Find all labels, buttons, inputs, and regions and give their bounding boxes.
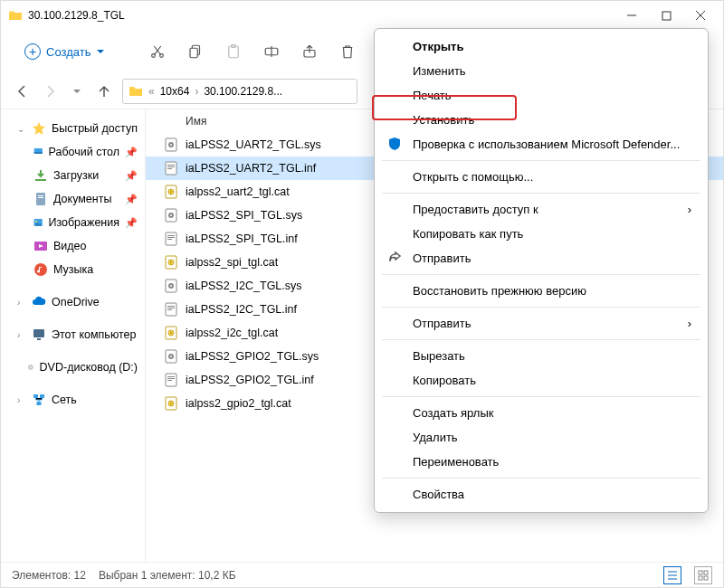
file-name: ialpss2_uart2_tgl.cat — [186, 185, 376, 198]
file-name: iaLPSS2_GPIO2_TGL.sys — [186, 350, 376, 363]
ctx-sendto2[interactable]: Отправить› — [375, 311, 708, 336]
file-name: iaLPSS2_UART2_TGL.sys — [186, 138, 376, 151]
ctx-share[interactable]: Предоставить доступ к› — [375, 197, 708, 222]
chevron-right-icon: › — [195, 85, 198, 98]
ctx-delete[interactable]: Удалить — [375, 425, 708, 450]
svg-rect-24 — [40, 394, 44, 398]
dvd-icon — [27, 360, 34, 375]
ctx-shortcut[interactable]: Создать ярлык — [375, 401, 708, 425]
sidebar-item-music[interactable]: Музыка — [1, 258, 145, 281]
network-icon — [32, 393, 46, 407]
folder-icon — [8, 8, 23, 23]
maximize-button[interactable] — [660, 9, 672, 22]
share-icon[interactable] — [295, 37, 324, 66]
video-icon — [33, 239, 48, 253]
file-name: iaLPSS2_UART2_TGL.inf — [186, 162, 376, 175]
window-title: 30.100.2129.8_TGL — [28, 9, 625, 22]
svg-point-46 — [170, 285, 172, 287]
forward-button[interactable] — [41, 84, 59, 99]
new-button[interactable]: + Создать — [17, 40, 112, 63]
sidebar-item-dvd[interactable]: ›DVD-дисковод (D:) — [1, 356, 145, 379]
file-name: ialpss2_spi_tgl.cat — [186, 256, 376, 269]
svg-rect-12 — [36, 193, 45, 205]
sidebar-item-network[interactable]: ›Сеть — [1, 388, 145, 412]
desktop-icon — [33, 145, 43, 159]
column-name[interactable]: Имя — [186, 115, 376, 128]
svg-point-28 — [170, 144, 172, 146]
svg-point-16 — [35, 221, 37, 223]
cloud-icon — [32, 295, 46, 309]
sidebar-item-onedrive[interactable]: ›OneDrive — [1, 290, 145, 314]
svg-rect-65 — [704, 576, 708, 580]
sidebar-item-video[interactable]: Видео — [1, 234, 145, 258]
ctx-restore[interactable]: Восстановить прежнюю версию — [375, 279, 708, 303]
paste-icon[interactable] — [219, 37, 248, 66]
ctx-open[interactable]: Открыть — [375, 34, 708, 59]
svg-rect-19 — [33, 329, 44, 337]
chevron-down-icon: ⌄ — [17, 124, 26, 134]
status-count: Элементов: 12 — [12, 569, 86, 582]
breadcrumb-1[interactable]: 10x64 — [160, 85, 190, 98]
minimize-button[interactable] — [625, 9, 638, 22]
download-icon — [33, 168, 48, 183]
svg-point-55 — [170, 356, 172, 357]
svg-rect-57 — [167, 376, 175, 377]
recent-button[interactable] — [68, 87, 86, 96]
separator — [382, 307, 700, 308]
music-icon — [33, 262, 48, 277]
separator — [382, 478, 700, 479]
address-bar[interactable]: « 10x64 › 30.100.2129.8... — [122, 79, 357, 104]
back-button[interactable] — [14, 84, 32, 99]
close-button[interactable] — [694, 9, 707, 22]
svg-rect-63 — [704, 571, 708, 574]
svg-rect-41 — [167, 239, 172, 240]
chevron-right-icon: › — [17, 298, 26, 308]
ctx-copypath[interactable]: Копировать как путь — [375, 222, 708, 246]
svg-rect-48 — [167, 306, 175, 307]
delete-icon[interactable] — [333, 37, 362, 66]
view-icons-button[interactable] — [694, 566, 712, 584]
rename-icon[interactable] — [257, 37, 286, 66]
file-name: iaLPSS2_SPI_TGL.sys — [186, 209, 376, 222]
svg-rect-11 — [35, 179, 46, 181]
svg-point-2 — [160, 54, 164, 58]
context-menu: Открыть Изменить Печать Установить Прове… — [374, 28, 709, 513]
ctx-openwith[interactable]: Открыть с помощью... — [375, 165, 708, 189]
sidebar-item-thispc[interactable]: ›Этот компьютер — [1, 323, 145, 346]
ctx-props[interactable]: Свойства — [375, 482, 708, 507]
sidebar-item-documents[interactable]: Документы📌 — [1, 187, 145, 211]
sidebar-item-downloads[interactable]: Загрузки📌 — [1, 164, 145, 187]
ctx-rename[interactable]: Переименовать — [375, 450, 708, 474]
svg-rect-23 — [33, 394, 38, 398]
pc-icon — [32, 327, 46, 342]
svg-rect-50 — [167, 309, 172, 310]
ctx-copy[interactable]: Копировать — [375, 368, 708, 393]
separator — [382, 160, 700, 161]
copy-icon[interactable] — [181, 37, 210, 66]
chevron-down-icon — [96, 47, 105, 56]
sidebar-item-pictures[interactable]: Изображения📌 — [1, 211, 145, 234]
separator — [382, 274, 700, 275]
ctx-defender[interactable]: Проверка с использованием Microsoft Defe… — [375, 132, 708, 156]
ctx-edit[interactable]: Изменить — [375, 59, 708, 83]
sidebar: ⌄Быстрый доступ Рабочий стол📌 Загрузки📌 … — [1, 109, 146, 562]
window-controls — [625, 9, 716, 22]
sidebar-item-desktop[interactable]: Рабочий стол📌 — [1, 140, 145, 164]
svg-rect-49 — [167, 308, 175, 308]
sidebar-item-quick[interactable]: ⌄Быстрый доступ — [1, 117, 145, 140]
breadcrumb-2[interactable]: 30.100.2129.8... — [204, 85, 282, 98]
ctx-sendto[interactable]: Отправить — [375, 246, 708, 270]
pin-icon: 📌 — [125, 217, 138, 229]
folder-icon — [129, 84, 143, 99]
document-icon — [33, 192, 48, 206]
file-name: iaLPSS2_I2C_TGL.inf — [186, 303, 376, 316]
ctx-cut[interactable]: Вырезать — [375, 344, 708, 368]
ctx-print[interactable]: Печать — [375, 83, 708, 108]
up-button[interactable] — [95, 84, 113, 99]
svg-point-18 — [34, 263, 47, 276]
ctx-install[interactable]: Установить — [375, 108, 708, 132]
cut-icon[interactable] — [143, 37, 172, 66]
view-details-button[interactable] — [663, 566, 681, 584]
svg-point-1 — [152, 54, 156, 58]
svg-point-37 — [170, 214, 172, 216]
